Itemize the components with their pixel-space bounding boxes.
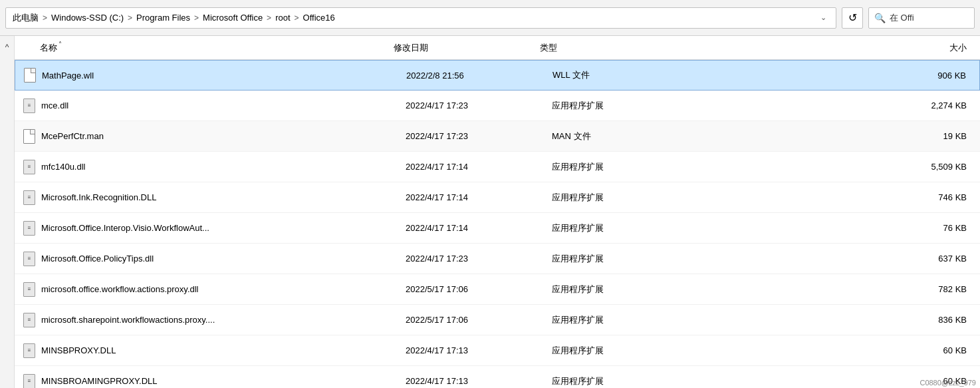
file-size: 782 KB bbox=[698, 284, 980, 294]
breadcrumb-item-computer[interactable]: 此电脑 bbox=[13, 12, 39, 24]
table-row[interactable]: MINSBROAMINGPROXY.DLL2022/4/17 17:13应用程序… bbox=[15, 366, 980, 388]
breadcrumb-item-root[interactable]: root bbox=[275, 13, 290, 23]
file-name: MathPage.wll bbox=[42, 71, 406, 81]
table-row[interactable]: Microsoft.Office.PolicyTips.dll2022/4/17… bbox=[15, 244, 980, 274]
file-icon bbox=[21, 343, 37, 359]
table-row[interactable]: McePerfCtr.man2022/4/17 17:23MAN 文件19 KB bbox=[15, 121, 980, 152]
breadcrumb-item-drive[interactable]: Windows-SSD (C:) bbox=[51, 13, 124, 23]
file-type: WLL 文件 bbox=[552, 69, 699, 81]
file-name: Microsoft.Ink.Recognition.DLL bbox=[41, 192, 406, 202]
breadcrumb-item-office16[interactable]: Office16 bbox=[303, 13, 335, 23]
content-area[interactable]: 名称 ˄ 修改日期 类型 大小 MathPage.wll2022/2/8 21:… bbox=[15, 36, 980, 388]
file-date: 2022/4/17 17:23 bbox=[406, 100, 552, 110]
table-row[interactable]: MINSBPROXY.DLL2022/4/17 17:13应用程序扩展60 KB bbox=[15, 335, 980, 366]
file-name: microsoft.sharepoint.workflowactions.pro… bbox=[41, 315, 406, 325]
file-size: 2,274 KB bbox=[698, 100, 980, 110]
search-icon: 🔍 bbox=[874, 13, 886, 23]
file-date: 2022/2/8 21:56 bbox=[406, 71, 552, 81]
table-row[interactable]: Microsoft.Office.Interop.Visio.WorkflowA… bbox=[15, 213, 980, 244]
breadcrumb-sep-3: > bbox=[194, 13, 199, 23]
table-row[interactable]: mfc140u.dll2022/4/17 17:14应用程序扩展5,509 KB bbox=[15, 152, 980, 182]
sidebar: ^ bbox=[0, 36, 15, 388]
file-date: 2022/4/17 17:14 bbox=[406, 192, 552, 202]
file-type: 应用程序扩展 bbox=[552, 100, 698, 112]
file-size: 836 KB bbox=[698, 315, 980, 325]
table-row[interactable]: MathPage.wll2022/2/8 21:56WLL 文件906 KB bbox=[15, 60, 980, 91]
file-date: 2022/4/17 17:13 bbox=[406, 376, 552, 386]
table-row[interactable]: mce.dll2022/4/17 17:23应用程序扩展2,274 KB bbox=[15, 91, 980, 121]
file-size: 5,509 KB bbox=[698, 162, 980, 172]
file-name: McePerfCtr.man bbox=[41, 131, 406, 141]
table-row[interactable]: Microsoft.Ink.Recognition.DLL2022/4/17 1… bbox=[15, 182, 980, 213]
file-icon bbox=[21, 159, 37, 175]
file-type: 应用程序扩展 bbox=[552, 161, 698, 173]
col-header-size[interactable]: 大小 bbox=[686, 42, 980, 54]
file-type: 应用程序扩展 bbox=[552, 284, 698, 295]
file-size: 76 KB bbox=[698, 223, 980, 233]
file-type: 应用程序扩展 bbox=[552, 375, 698, 387]
refresh-button[interactable]: ↺ bbox=[842, 7, 863, 29]
table-row[interactable]: microsoft.sharepoint.workflowactions.pro… bbox=[15, 305, 980, 335]
breadcrumb-sep-2: > bbox=[128, 13, 132, 23]
breadcrumb-item-programfiles[interactable]: Program Files bbox=[136, 13, 190, 23]
main-container: ^ 名称 ˄ 修改日期 类型 大小 MathPage.wll2022/2/8 2… bbox=[0, 36, 980, 388]
file-date: 2022/4/17 17:14 bbox=[406, 223, 552, 233]
file-size: 906 KB bbox=[699, 71, 979, 81]
file-date: 2022/4/17 17:13 bbox=[406, 345, 552, 355]
col-header-date[interactable]: 修改日期 bbox=[394, 42, 540, 54]
file-size: 60 KB bbox=[698, 345, 980, 355]
file-name: mfc140u.dll bbox=[41, 162, 406, 172]
file-icon bbox=[21, 282, 37, 297]
file-name: Microsoft.Office.PolicyTips.dll bbox=[41, 254, 406, 264]
file-type: 应用程序扩展 bbox=[552, 345, 698, 357]
file-icon bbox=[21, 220, 37, 236]
file-name: MINSBROAMINGPROXY.DLL bbox=[41, 376, 406, 386]
file-size: 637 KB bbox=[698, 254, 980, 264]
file-type: 应用程序扩展 bbox=[552, 192, 698, 204]
col-header-name[interactable]: 名称 ˄ bbox=[21, 42, 394, 54]
column-header: 名称 ˄ 修改日期 类型 大小 bbox=[15, 36, 980, 60]
file-icon bbox=[22, 67, 38, 83]
file-size: 19 KB bbox=[698, 131, 980, 141]
file-date: 2022/5/17 17:06 bbox=[406, 284, 552, 294]
breadcrumb-sep-4: > bbox=[267, 13, 271, 23]
file-name: MINSBPROXY.DLL bbox=[41, 345, 406, 355]
search-label: 在 Offi bbox=[890, 12, 914, 24]
file-date: 2022/4/17 17:23 bbox=[406, 254, 552, 264]
breadcrumb-dropdown-icon[interactable]: ⌄ bbox=[818, 12, 829, 23]
file-icon bbox=[21, 190, 37, 206]
breadcrumb[interactable]: 此电脑 > Windows-SSD (C:) > Program Files >… bbox=[5, 7, 836, 29]
table-row[interactable]: microsoft.office.workflow.actions.proxy.… bbox=[15, 274, 980, 305]
file-list: MathPage.wll2022/2/8 21:56WLL 文件906 KBmc… bbox=[15, 60, 980, 388]
file-date: 2022/5/17 17:06 bbox=[406, 315, 552, 325]
file-type: 应用程序扩展 bbox=[552, 253, 698, 265]
file-date: 2022/4/17 17:23 bbox=[406, 131, 552, 141]
file-name: Microsoft.Office.Interop.Visio.WorkflowA… bbox=[41, 223, 406, 233]
file-name: microsoft.office.workflow.actions.proxy.… bbox=[41, 284, 406, 294]
file-icon bbox=[21, 373, 37, 389]
breadcrumb-sep-1: > bbox=[43, 13, 47, 23]
toolbar-right: ↺ 🔍 在 Offi bbox=[842, 7, 975, 29]
breadcrumb-sep-5: > bbox=[295, 13, 299, 23]
file-icon bbox=[21, 98, 37, 114]
status-bar: C0880@zzz_979 bbox=[916, 377, 980, 388]
file-icon bbox=[21, 251, 37, 267]
file-icon bbox=[21, 312, 37, 328]
col-header-type[interactable]: 类型 bbox=[540, 42, 686, 54]
sidebar-up-arrow[interactable]: ^ bbox=[5, 43, 9, 52]
search-box[interactable]: 🔍 在 Offi bbox=[868, 7, 975, 29]
file-icon bbox=[21, 128, 37, 144]
file-date: 2022/4/17 17:14 bbox=[406, 162, 552, 172]
top-bar: 此电脑 > Windows-SSD (C:) > Program Files >… bbox=[0, 0, 980, 36]
file-type: 应用程序扩展 bbox=[552, 222, 698, 234]
file-type: MAN 文件 bbox=[552, 130, 698, 142]
file-type: 应用程序扩展 bbox=[552, 314, 698, 326]
file-name: mce.dll bbox=[41, 100, 406, 110]
file-size: 746 KB bbox=[698, 192, 980, 202]
breadcrumb-item-msoffice[interactable]: Microsoft Office bbox=[203, 13, 263, 23]
